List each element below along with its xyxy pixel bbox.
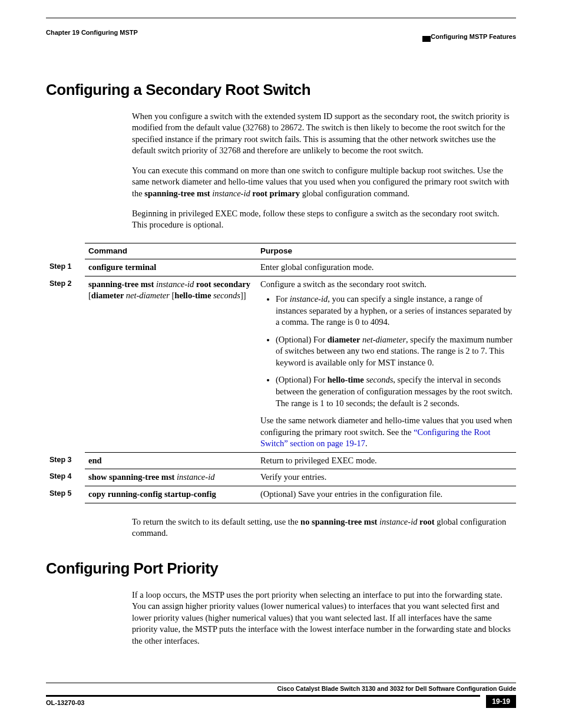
- header-marker-icon: [422, 36, 431, 42]
- table-row: Step 4 show spanning-tree mst instance-i…: [46, 469, 516, 486]
- bullet-list: For instance-id, you can specify a singl…: [260, 294, 513, 409]
- text-italic: instance-id: [156, 279, 194, 289]
- section-heading-2: Configuring Port Priority: [46, 558, 516, 579]
- text: Use the same network diameter and hello-…: [260, 415, 513, 450]
- empty-header: [46, 243, 85, 259]
- text: Configure a switch as the secondary root…: [260, 279, 513, 291]
- page-content: Chapter 19 Configuring MSTP Configuring …: [0, 0, 562, 647]
- column-header-command: Command: [85, 243, 257, 259]
- step-label: Step 5: [46, 486, 85, 503]
- paragraph: You can execute this command on more tha…: [132, 165, 516, 200]
- command-cell: configure terminal: [85, 259, 257, 276]
- text-italic: instance-id: [210, 189, 253, 198]
- purpose-cell: Return to privileged EXEC mode.: [257, 452, 516, 469]
- header-rule: [46, 18, 516, 18]
- text-bold: no spanning-tree mst: [300, 517, 377, 526]
- text-italic: seconds: [364, 375, 394, 384]
- text-italic: net-diameter: [126, 291, 170, 300]
- text-bold: root primary: [252, 189, 300, 198]
- text-bold: hello-time: [174, 291, 213, 300]
- text: (Optional) For: [276, 335, 328, 344]
- footer-row: OL-13270-03 19-19: [46, 695, 516, 708]
- purpose-cell: (Optional) Save your entries in the conf…: [257, 486, 516, 503]
- text-italic: instance-id: [177, 472, 214, 482]
- paragraph: If a loop occurs, the MSTP uses the port…: [132, 589, 516, 647]
- paragraph: To return the switch to its default sett…: [132, 516, 516, 539]
- text: (Optional) For: [276, 375, 328, 384]
- column-header-purpose: Purpose: [257, 243, 516, 259]
- text-bold: root: [419, 517, 435, 526]
- text-bold: diameter: [91, 291, 126, 300]
- text-bold: show spanning-tree mst: [88, 472, 177, 482]
- text-bold: diameter: [328, 335, 361, 344]
- text-bold: spanning-tree mst: [88, 279, 156, 289]
- table-row: Step 2 spanning-tree mst instance-id roo…: [46, 276, 516, 452]
- text-bold: root secondary: [194, 279, 250, 289]
- step-label: Step 1: [46, 259, 85, 276]
- table-row: Step 3 end Return to privileged EXEC mod…: [46, 452, 516, 469]
- chapter-label: Chapter 19 Configuring MSTP: [46, 28, 138, 37]
- running-header: Chapter 19 Configuring MSTP Configuring …: [46, 21, 516, 44]
- command-cell: show spanning-tree mst instance-id: [85, 469, 257, 486]
- purpose-cell: Configure a switch as the secondary root…: [257, 276, 516, 452]
- step-label: Step 3: [46, 452, 85, 469]
- text: ]]: [240, 291, 246, 300]
- list-item: (Optional) For hello-time seconds, speci…: [276, 374, 513, 409]
- paragraph: When you configure a switch with the ext…: [132, 111, 516, 157]
- table-row: Step 5 copy running-config startup-confi…: [46, 486, 516, 503]
- command-cell: end: [85, 452, 257, 469]
- text: For: [276, 294, 290, 304]
- text-italic: instance-id: [377, 517, 419, 526]
- command-table: Command Purpose Step 1 configure termina…: [46, 243, 516, 503]
- paragraph: Beginning in privileged EXEC mode, follo…: [132, 208, 516, 231]
- page-number: 19-19: [486, 695, 516, 708]
- section1-after: To return the switch to its default sett…: [132, 516, 516, 539]
- text-bold: spanning-tree mst: [144, 189, 210, 198]
- command-cell: spanning-tree mst instance-id root secon…: [85, 276, 257, 452]
- purpose-cell: Verify your entries.: [257, 469, 516, 486]
- page-footer: Cisco Catalyst Blade Switch 3130 and 303…: [46, 683, 516, 708]
- table-header-row: Command Purpose: [46, 243, 516, 259]
- text-italic: seconds: [213, 291, 240, 300]
- command-cell: copy running-config startup-config: [85, 486, 257, 503]
- section1-body: When you configure a switch with the ext…: [132, 111, 516, 231]
- purpose-cell: Enter global configuration mode.: [257, 259, 516, 276]
- text-italic: net-diameter: [360, 335, 406, 344]
- step-label: Step 4: [46, 469, 85, 486]
- text: .: [365, 439, 368, 448]
- list-item: (Optional) For diameter net-diameter, sp…: [276, 334, 513, 369]
- text: global configuration command.: [300, 189, 409, 198]
- footer-guide-title: Cisco Catalyst Blade Switch 3130 and 303…: [46, 683, 516, 693]
- list-item: For instance-id, you can specify a singl…: [276, 294, 513, 328]
- section-label: Configuring MSTP Features: [431, 32, 516, 41]
- footer-doc-id: OL-13270-03: [46, 695, 480, 707]
- section2-body: If a loop occurs, the MSTP uses the port…: [132, 589, 516, 647]
- table-row: Step 1 configure terminal Enter global c…: [46, 259, 516, 276]
- section-heading-1: Configuring a Secondary Root Switch: [46, 80, 516, 100]
- step-label: Step 2: [46, 276, 85, 452]
- text-bold: hello-time: [328, 375, 364, 384]
- text: To return the switch to its default sett…: [132, 517, 300, 526]
- text-italic: instance-id: [290, 294, 328, 304]
